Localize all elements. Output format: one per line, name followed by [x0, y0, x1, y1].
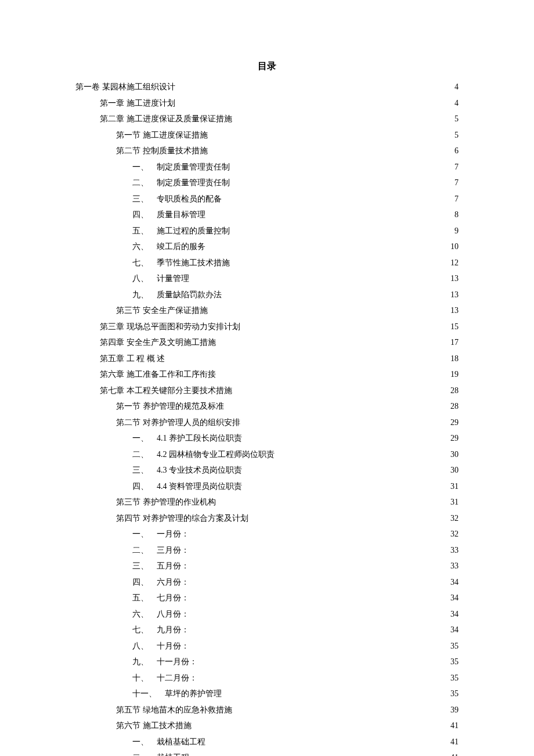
- toc-entry[interactable]: 四、 质量目标管理8: [75, 208, 459, 222]
- toc-entry[interactable]: 六、 竣工后的服务10: [75, 240, 459, 254]
- toc-dots: [230, 257, 449, 265]
- toc-entry[interactable]: 一、 4.1 养护工段长岗位职责29: [75, 431, 459, 446]
- toc-entry-page: 33: [449, 559, 459, 574]
- toc-entry[interactable]: 四、 4.4 资料管理员岗位职责31: [75, 480, 459, 494]
- toc-entry-page: 34: [449, 575, 459, 590]
- toc-entry-label: 四、 4.4 资料管理员岗位职责: [132, 480, 242, 494]
- toc-entry[interactable]: 二、 三月份：33: [75, 543, 459, 558]
- toc-entry[interactable]: 二、 栽植工程41: [75, 751, 459, 756]
- toc-entry-label: 第五章 工 程 概 述: [100, 352, 165, 366]
- toc-entry-label: 第二节 对养护管理人员的组织安排: [116, 416, 240, 430]
- toc-entry[interactable]: 第二节 对养护管理人员的组织安排29: [75, 416, 459, 430]
- toc-entry[interactable]: 四、 六月份：34: [75, 575, 459, 590]
- toc-entry-page: 5: [453, 128, 459, 143]
- toc-dots: [208, 129, 454, 138]
- toc-entry-page: 4: [453, 96, 459, 111]
- toc-entry-label: 十、 十二月份：: [132, 671, 197, 686]
- toc-entry-page: 29: [449, 416, 459, 430]
- toc-entry[interactable]: 二、 4.2 园林植物专业工程师岗位职责30: [75, 448, 459, 462]
- toc-entry-page: 5: [453, 112, 459, 127]
- toc-entry-page: 41: [449, 751, 459, 756]
- toc-entry[interactable]: 三、 专职质检员的配备7: [75, 192, 459, 207]
- toc-entry[interactable]: 第六章 施工准备工作和工序衔接19: [75, 368, 459, 382]
- toc-entry[interactable]: 七、 季节性施工技术措施12: [75, 256, 459, 271]
- toc-entry-label: 第五节 绿地苗木的应急补救措施: [116, 703, 232, 718]
- toc-entry[interactable]: 第二节 控制质量技术措施6: [75, 144, 459, 159]
- toc-entry-label: 二、 制定质量管理责任制: [132, 176, 230, 190]
- toc-entry-label: 第一节 施工进度保证措施: [116, 128, 208, 143]
- toc-dots: [192, 720, 450, 728]
- toc-dots: [189, 609, 449, 617]
- toc-dots: [197, 672, 449, 681]
- toc-entry[interactable]: 第一节 养护管理的规范及标准28: [75, 399, 459, 414]
- toc-entry[interactable]: 第七章 本工程关键部分主要技术措施28: [75, 384, 459, 398]
- toc-dots: [242, 465, 449, 473]
- toc-entry[interactable]: 二、 制定质量管理责任制7: [75, 176, 459, 190]
- toc-entry-label: 三、 4.3 专业技术员岗位职责: [132, 463, 242, 478]
- toc-dots: [197, 656, 449, 664]
- toc-entry[interactable]: 九、 十一月份：35: [75, 655, 459, 669]
- toc-entry[interactable]: 一、 制定质量管理责任制7: [75, 160, 459, 175]
- toc-dots: [222, 193, 453, 201]
- toc-entry-page: 4: [453, 80, 459, 95]
- toc-entry-label: 第二章 施工进度保证及质量保证措施: [100, 112, 232, 127]
- toc-entry-label: 二、 栽植工程: [132, 751, 189, 756]
- toc-entry[interactable]: 第一卷 某园林施工组织设计4: [75, 80, 459, 95]
- toc-entry[interactable]: 六、 八月份：34: [75, 607, 459, 622]
- toc-entry-page: 33: [449, 543, 459, 558]
- toc-entry-label: 第一章 施工进度计划: [100, 96, 175, 111]
- toc-entry-page: 13: [449, 304, 459, 318]
- toc-entry[interactable]: 七、 九月份：34: [75, 623, 459, 638]
- toc-dots: [275, 449, 449, 457]
- toc-entry[interactable]: 第四章 安全生产及文明施工措施17: [75, 336, 459, 350]
- toc-entry[interactable]: 九、 质量缺陷罚款办法13: [75, 288, 459, 303]
- toc-entry[interactable]: 三、 4.3 专业技术员岗位职责30: [75, 463, 459, 478]
- toc-dots: [208, 305, 450, 313]
- toc-entry[interactable]: 八、 计量管理13: [75, 272, 459, 286]
- toc-entry-page: 18: [449, 352, 459, 366]
- toc-entry-page: 19: [449, 368, 459, 382]
- toc-entry-label: 五、 七月份：: [132, 591, 189, 606]
- toc-entry-label: 五、 施工过程的质量控制: [132, 224, 230, 239]
- toc-entry-label: 第二节 控制质量技术措施: [116, 144, 208, 159]
- toc-dots: [189, 528, 449, 537]
- toc-entry[interactable]: 第五节 绿地苗木的应急补救措施39: [75, 703, 459, 718]
- toc-entry-label: 三、 五月份：: [132, 559, 189, 574]
- toc-entry-page: 7: [453, 160, 459, 175]
- toc-entry[interactable]: 三、 五月份：33: [75, 559, 459, 574]
- toc-dots: [175, 81, 454, 89]
- toc-entry[interactable]: 第六节 施工技术措施41: [75, 719, 459, 733]
- toc-entry-label: 一、 4.1 养护工段长岗位职责: [132, 431, 242, 446]
- toc-dots: [189, 624, 449, 632]
- toc-dots: [222, 688, 449, 696]
- toc-dots: [240, 321, 450, 329]
- toc-entry[interactable]: 一、 栽植基础工程41: [75, 735, 459, 750]
- toc-entry-page: 31: [449, 495, 459, 510]
- toc-dots: [232, 113, 454, 121]
- toc-entry-label: 六、 八月份：: [132, 607, 189, 622]
- toc-entry[interactable]: 第一节 施工进度保证措施5: [75, 128, 459, 143]
- toc-dots: [222, 289, 449, 297]
- toc-title: 目录: [75, 58, 459, 74]
- toc-dots: [189, 273, 449, 281]
- toc-entry[interactable]: 第三章 现场总平面图和劳动力安排计划15: [75, 320, 459, 334]
- toc-entry-page: 41: [449, 719, 459, 733]
- toc-entry[interactable]: 第五章 工 程 概 述18: [75, 352, 459, 366]
- toc-entry[interactable]: 第一章 施工进度计划4: [75, 96, 459, 111]
- toc-entry[interactable]: 五、 七月份：34: [75, 591, 459, 606]
- toc-entry[interactable]: 一、 一月份：32: [75, 527, 459, 542]
- toc-entry[interactable]: 十一、 草坪的养护管理35: [75, 687, 459, 701]
- toc-entry[interactable]: 第二章 施工进度保证及质量保证措施5: [75, 112, 459, 127]
- toc-entry[interactable]: 八、 十月份：35: [75, 639, 459, 654]
- toc-entry-page: 7: [453, 176, 459, 190]
- toc-entry-page: 13: [449, 288, 459, 303]
- toc-entry[interactable]: 五、 施工过程的质量控制9: [75, 224, 459, 239]
- toc-entry[interactable]: 第三节 安全生产保证措施13: [75, 304, 459, 318]
- toc-entry-label: 第六节 施工技术措施: [116, 719, 192, 733]
- toc-dots: [216, 337, 450, 345]
- toc-entry[interactable]: 十、 十二月份：35: [75, 671, 459, 686]
- toc-entry-page: 35: [449, 671, 459, 686]
- toc-entry-page: 39: [449, 703, 459, 718]
- toc-entry[interactable]: 第四节 对养护管理的综合方案及计划32: [75, 512, 459, 526]
- toc-entry[interactable]: 第三节 养护管理的作业机构31: [75, 495, 459, 510]
